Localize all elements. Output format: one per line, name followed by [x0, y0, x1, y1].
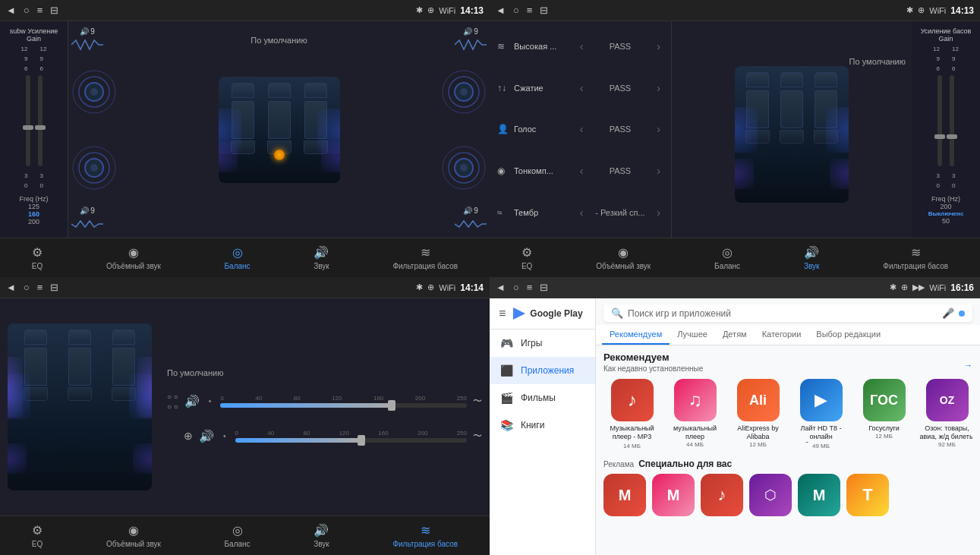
slider-container-1[interactable]: 04080120160200250 — [220, 395, 467, 408]
eq-high-prev[interactable]: ‹ — [577, 40, 587, 52]
play-content-area: Рекомендуем Как недавно установленные → … — [596, 345, 980, 555]
mic-icon-play[interactable]: 🎤 — [942, 307, 954, 319]
slider-thumb-1[interactable] — [388, 400, 395, 411]
slider-track-2[interactable] — [235, 438, 467, 443]
ad-app-3[interactable]: ♪ — [701, 474, 743, 516]
nav-bass-q1[interactable]: ≋ Фильтрация басов — [392, 245, 458, 270]
menu-button-q1[interactable]: ≡ — [37, 5, 43, 16]
nav-balance-q1[interactable]: ◎ Баланс — [225, 245, 251, 270]
home-button-q3[interactable]: ○ — [24, 282, 30, 293]
slider-row-1-q3: ○ ○ ○ ○ 🔊 • 04080120160200250 〜 — [167, 389, 482, 414]
gain-thumb-q2-l[interactable] — [934, 134, 945, 139]
gain-sliders-q1[interactable] — [26, 75, 43, 166]
eq-row-voice[interactable]: 👤 Голос ‹ PASS › — [490, 120, 671, 138]
ad-app-5[interactable]: M — [798, 474, 840, 516]
app-lite-hd[interactable]: ▶ Лайт HD T8 - онлайн бесплатно 49 МБ — [793, 379, 849, 449]
back-button-q4[interactable]: ◄ — [496, 282, 506, 293]
menu-button-q4[interactable]: ≡ — [527, 282, 533, 293]
eq-row-tonkomp[interactable]: ◉ Тонкомп... ‹ PASS › — [490, 162, 671, 180]
nav-sound-q3[interactable]: 🔊 Звук — [314, 523, 329, 548]
balance-dot-q1[interactable] — [274, 150, 285, 160]
back-button-q1[interactable]: ◄ — [6, 5, 16, 16]
home-button-q2[interactable]: ○ — [513, 5, 519, 16]
eq-voice-prev[interactable]: ‹ — [577, 123, 587, 135]
nav-sound-q1[interactable]: 🔊 Звук — [314, 245, 329, 270]
app-gosuslugi[interactable]: ГОС Госуслуги 12 МБ — [856, 379, 912, 449]
tab-kids[interactable]: Детям — [715, 325, 755, 345]
eq-row-compress[interactable]: ↑↓ Сжатие ‹ PASS › — [490, 79, 671, 97]
tab-categories[interactable]: Категории — [755, 325, 809, 345]
nav-surround-q3[interactable]: ◉ Объёмный звук — [106, 523, 161, 548]
nav-bass-q2[interactable]: ≋ Фильтрация басов — [883, 245, 948, 270]
tab-best[interactable]: Лучшее — [670, 325, 715, 345]
ad-app-1[interactable]: М — [603, 474, 646, 516]
eq-compress-prev[interactable]: ‹ — [577, 82, 587, 94]
search-input-play[interactable]: Поиск игр и приложений — [628, 308, 937, 319]
nav-balance-q3[interactable]: ◎ Баланс — [225, 523, 251, 548]
games-icon: 🎮 — [500, 337, 513, 349]
nav-bass-q3[interactable]: ≋ Фильтрация басов — [392, 523, 458, 548]
eq-tonkomp-prev[interactable]: ‹ — [577, 165, 587, 177]
slider-track-1[interactable] — [220, 403, 467, 408]
surround-icon-q1: ◉ — [128, 245, 139, 260]
ad-app-4[interactable]: ⬡ — [749, 474, 792, 516]
topbar-q3: ◄ ○ ≡ ⊟ ✱ ⊕ WiFi 14:14 — [0, 277, 490, 298]
eq-voice-next[interactable]: › — [654, 123, 663, 135]
hamburger-icon[interactable]: ≡ — [499, 307, 506, 320]
nav-balance-q2[interactable]: ◎ Баланс — [714, 245, 740, 270]
eq-tonkomp-next[interactable]: › — [654, 165, 663, 177]
play-search-bar[interactable]: 🔍 Поиск игр и приложений 🎤 — [603, 304, 972, 322]
play-nav-movies[interactable]: 🎬 Фильмы — [490, 384, 595, 412]
nav-eq-q1[interactable]: ⚙ EQ — [32, 245, 43, 270]
app-aliexpress[interactable]: Ali AliExpress by Alibaba 12 МБ — [729, 379, 786, 449]
app-name-4: Лайт HD T8 - онлайн бесплатно — [793, 424, 849, 443]
slider-container-2[interactable]: 04080120160200250 — [235, 430, 467, 443]
app-ozon[interactable]: OZ Озон: товары, авиа, ж/д билеты 92 МБ — [919, 379, 972, 449]
gain-thumb-left[interactable] — [23, 125, 33, 130]
nav-surround-q1[interactable]: ◉ Объёмный звук — [106, 245, 161, 270]
nav-eq-q3[interactable]: ⚙ EQ — [32, 523, 43, 548]
gain-slider-q2-left[interactable] — [937, 75, 942, 166]
flag-button-q2[interactable]: ⊟ — [540, 5, 548, 16]
eq-row-timbre[interactable]: ≈ Тембр ‹ - Резкий сп... › — [490, 203, 671, 222]
flag-button-q3[interactable]: ⊟ — [50, 282, 58, 293]
nav-eq-q2[interactable]: ⚙ EQ — [522, 245, 532, 270]
ad-app-2[interactable]: М — [652, 474, 695, 516]
home-button-q4[interactable]: ○ — [513, 282, 519, 293]
eq-timbre-next[interactable]: › — [654, 207, 663, 219]
play-nav-books[interactable]: 📚 Книги — [490, 412, 595, 439]
tab-editors[interactable]: Выбор редакции — [808, 325, 888, 345]
gain-thumb-right[interactable] — [35, 125, 46, 130]
vol-badge-br: 🔊9 — [463, 207, 478, 215]
eq-compress-next[interactable]: › — [654, 82, 663, 94]
gain-slider-left[interactable] — [26, 75, 30, 166]
menu-button-q2[interactable]: ≡ — [527, 5, 533, 16]
play-nav-games[interactable]: 🎮 Игры — [490, 330, 595, 357]
app-music-player-2[interactable]: ♫ музыкальный плеер 44 МБ — [666, 379, 723, 449]
eq-high-next[interactable]: › — [654, 40, 663, 52]
ad-app-6[interactable]: T — [846, 474, 889, 516]
back-button-q3[interactable]: ◄ — [6, 282, 16, 293]
flag-button-q4[interactable]: ⊟ — [540, 282, 548, 293]
nav-sound-q2[interactable]: 🔊 Звук — [804, 245, 820, 270]
play-nav-apps[interactable]: ⬛ Приложения — [490, 357, 595, 384]
gain-slider-q2-right[interactable] — [950, 75, 954, 166]
apps-icon: ⬛ — [500, 364, 513, 377]
status-dot-play — [959, 311, 965, 317]
back-button-q2[interactable]: ◄ — [496, 5, 506, 16]
app-music-player-1[interactable]: ♪ Музыкальный плеер - MP3 плеер, Плеер .… — [603, 379, 660, 449]
gain-thumb-q2-r[interactable] — [947, 134, 957, 139]
slider-thumb-2[interactable] — [358, 435, 365, 446]
tab-recommend[interactable]: Рекомендуем — [602, 325, 670, 345]
eq-row-high[interactable]: ≋ Высокая ... ‹ PASS › — [490, 37, 671, 55]
flag-button-q1[interactable]: ⊟ — [50, 5, 58, 16]
nav-surround-q2[interactable]: ◉ Объёмный звук — [596, 245, 651, 270]
gain-sliders-q2[interactable] — [937, 75, 954, 166]
eq-timbre-prev[interactable]: ‹ — [577, 207, 587, 219]
menu-button-q3[interactable]: ≡ — [37, 282, 43, 293]
topbar-left-q1: ◄ ○ ≡ ⊟ — [6, 5, 58, 16]
section-more-arrow[interactable]: → — [964, 361, 972, 370]
home-button-q1[interactable]: ○ — [24, 5, 30, 16]
section1-title: Рекомендуем Как недавно установленные — [603, 352, 703, 379]
gain-slider-right[interactable] — [38, 75, 43, 166]
